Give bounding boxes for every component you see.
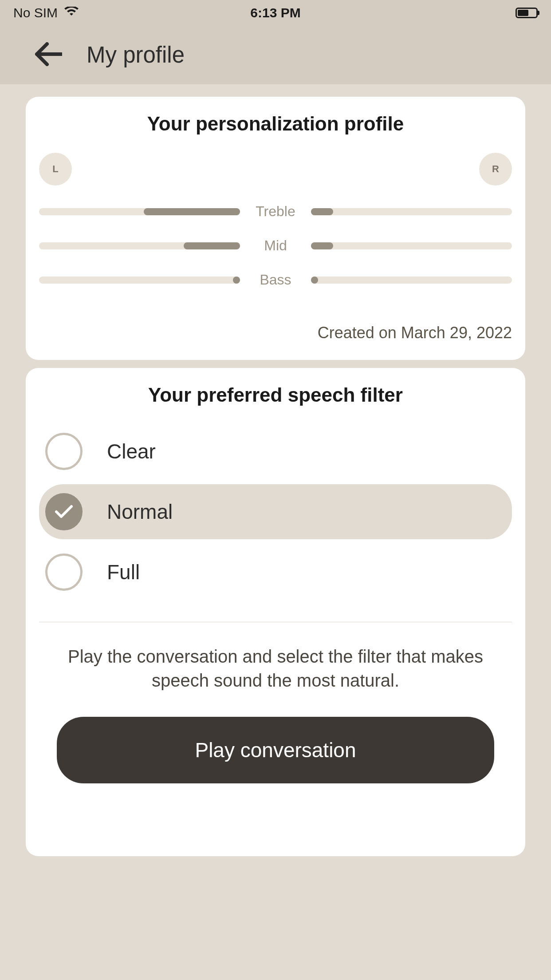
page-title: My profile (87, 42, 185, 68)
divider (39, 622, 512, 622)
eq-bass-row: Bass (39, 272, 512, 288)
status-right (516, 8, 538, 18)
eq-left-treble (39, 208, 240, 215)
eq-label-mid: Mid (256, 237, 295, 254)
personalization-title: Your personalization profile (26, 113, 525, 135)
filter-option-full[interactable]: Full (39, 545, 512, 600)
personalization-card: Your personalization profile L R Treble (26, 97, 525, 360)
radio-clear (45, 433, 83, 470)
eq-label-bass: Bass (256, 272, 295, 288)
filter-option-clear[interactable]: Clear (39, 424, 512, 479)
eq-mid-row: Mid (39, 237, 512, 254)
eq-right-treble (311, 208, 512, 215)
radio-normal (45, 493, 83, 530)
left-ear-indicator: L (39, 153, 72, 186)
eq-treble-row: Treble (39, 203, 512, 220)
filter-instruction: Play the conversation and select the fil… (26, 644, 525, 692)
check-icon (54, 504, 74, 519)
battery-fill (518, 10, 528, 16)
eq-label-treble: Treble (256, 203, 295, 220)
eq-left-bass (39, 277, 240, 284)
filter-label-normal: Normal (107, 500, 173, 524)
filter-option-normal[interactable]: Normal (39, 484, 512, 539)
status-bar: No SIM 6:13 PM (0, 0, 551, 25)
wifi-icon (64, 5, 79, 20)
battery-icon (516, 8, 538, 18)
nav-header: My profile (0, 25, 551, 84)
eq-left-mid (39, 242, 240, 249)
eq-right-mid (311, 242, 512, 249)
right-ear-indicator: R (479, 153, 512, 186)
play-conversation-button[interactable]: Play conversation (57, 717, 494, 783)
status-left: No SIM (13, 5, 79, 20)
eq-right-bass (311, 277, 512, 284)
content-area: Your personalization profile L R Treble (0, 84, 551, 877)
back-button[interactable] (35, 42, 62, 68)
status-time: 6:13 PM (250, 5, 300, 20)
speech-filter-title: Your preferred speech filter (26, 384, 525, 406)
carrier-label: No SIM (13, 5, 58, 20)
filter-label-full: Full (107, 560, 140, 584)
radio-full (45, 553, 83, 591)
speech-filter-card: Your preferred speech filter Clear Norma… (26, 368, 525, 856)
created-date: Created on March 29, 2022 (26, 306, 525, 342)
filter-label-clear: Clear (107, 439, 156, 463)
